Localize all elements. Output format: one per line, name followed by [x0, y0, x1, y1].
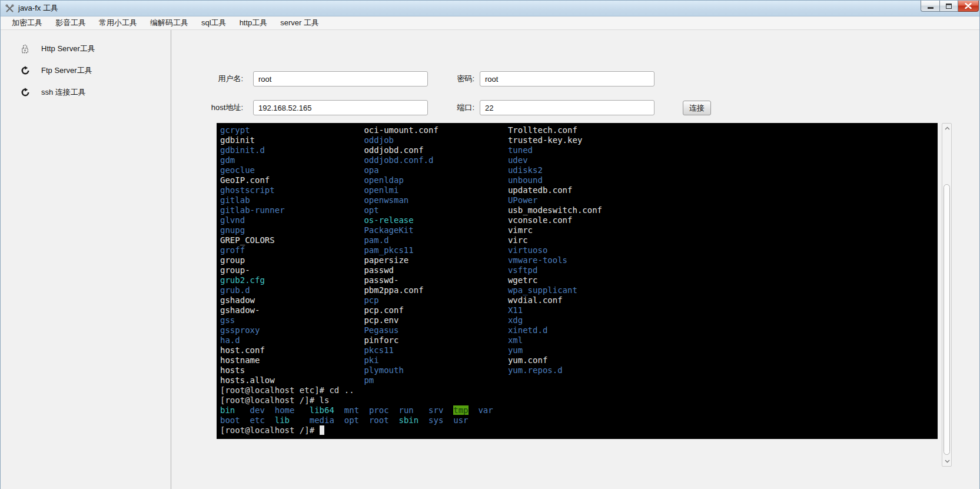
host-label: host地址: [189, 100, 243, 115]
username-input[interactable] [253, 71, 428, 87]
menubar: 加密工具 影音工具 常用小工具 编解码工具 sql工具 http工具 serve… [1, 16, 979, 30]
sync-icon [20, 87, 30, 97]
lock-icon [20, 44, 30, 54]
terminal-line: gshadow- pcp.conf X11 [220, 305, 938, 315]
menu-item-sql-tools[interactable]: sql工具 [195, 16, 233, 29]
terminal-line: GeoIP.conf openldap unbound [220, 175, 938, 185]
sidebar-item-ftp-server[interactable]: Ftp Server工具 [1, 59, 171, 81]
terminal-line: [root@localhost etc]# cd .. [220, 385, 938, 395]
sidebar-item-label: ssh 连接工具 [41, 87, 86, 98]
terminal-line: hosts plymouth yum.repos.d [220, 365, 938, 375]
terminal-line: gshadow pcp wvdial.conf [220, 295, 938, 305]
password-input[interactable] [480, 71, 655, 87]
menu-item-server-tools[interactable]: server 工具 [274, 16, 325, 29]
menu-item-codec-tools[interactable]: 编解码工具 [144, 16, 195, 29]
sidebar-item-http-server[interactable]: Http Server工具 [1, 38, 171, 59]
sidebar-item-ssh-connect[interactable]: ssh 连接工具 [1, 81, 171, 103]
terminal-scrollbar[interactable] [942, 123, 952, 467]
host-input[interactable] [253, 100, 428, 115]
terminal-line: gss pcp.env xdg [220, 315, 938, 325]
scrollbar-thumb[interactable] [944, 184, 950, 455]
sync-icon [20, 65, 30, 75]
terminal-line: gnupg PackageKit vimrc [220, 225, 938, 235]
terminal-output[interactable]: gcrypt oci-umount.conf Trolltech.confgdb… [217, 123, 938, 439]
close-icon [965, 3, 972, 9]
terminal-line: glvnd os-release vconsole.conf [220, 215, 938, 225]
terminal-line: hostname pki yum.conf [220, 355, 938, 365]
terminal-line: [root@localhost /]# [220, 425, 938, 435]
window-controls [921, 1, 979, 12]
window-title: java-fx 工具 [18, 3, 58, 14]
terminal-line: gitlab-runner opt usb_modeswitch.conf [220, 205, 938, 215]
terminal-line: gdbinit.d oddjobd.conf tuned [220, 145, 938, 155]
sidebar-item-label: Http Server工具 [41, 44, 95, 54]
scroll-up-icon[interactable] [944, 125, 951, 131]
scroll-down-icon[interactable] [944, 458, 951, 464]
terminal-line: gcrypt oci-umount.conf Trolltech.conf [220, 125, 938, 135]
terminal-line: geoclue opa udisks2 [220, 165, 938, 175]
terminal-line: GREP_COLORS pam.d virc [220, 235, 938, 245]
menu-item-encrypt-tools[interactable]: 加密工具 [5, 16, 49, 29]
app-window: java-fx 工具 加密工具 影音工具 常用小工具 编解码工具 sql工具 h… [0, 0, 980, 489]
minimize-icon [928, 7, 934, 9]
terminal-line: bin dev home lib64 mnt proc run srv tmp … [220, 405, 938, 415]
terminal-line: grub.d pbm2ppa.conf wpa_supplicant [220, 285, 938, 295]
terminal-line: group papersize vmware-tools [220, 255, 938, 265]
terminal-line: ghostscript openlmi updatedb.conf [220, 185, 938, 195]
minimize-button[interactable] [921, 1, 939, 12]
titlebar: java-fx 工具 [1, 1, 979, 16]
app-tools-icon [5, 4, 15, 14]
terminal-line: grub2.cfg passwd- wgetrc [220, 275, 938, 285]
close-button[interactable] [958, 1, 979, 12]
terminal-line: gssproxy Pegasus xinetd.d [220, 325, 938, 335]
terminal-line: boot etc lib media opt root sbin sys usr [220, 415, 938, 425]
terminal-line: gitlab openwsman UPower [220, 195, 938, 205]
menu-item-http-tools[interactable]: http工具 [233, 16, 274, 29]
menu-item-common-tools[interactable]: 常用小工具 [92, 16, 144, 29]
username-label: 用户名: [189, 71, 243, 87]
terminal-line: host.conf pkcs11 yum [220, 345, 938, 355]
connect-button[interactable]: 连接 [683, 101, 711, 115]
maximize-button[interactable] [939, 1, 958, 12]
terminal-line: hosts.allow pm [220, 375, 938, 385]
terminal-line: ha.d pinforc xml [220, 335, 938, 345]
maximize-icon [946, 4, 952, 9]
sidebar-item-label: Ftp Server工具 [41, 65, 92, 76]
terminal-line: gdbinit oddjob trusted-key.key [220, 135, 938, 145]
menu-item-media-tools[interactable]: 影音工具 [49, 16, 92, 29]
terminal-line: group- passwd vsftpd [220, 265, 938, 275]
terminal-line: groff pam_pkcs11 virtuoso [220, 245, 938, 255]
content-area: Http Server工具 Ftp Server工具 [1, 30, 979, 489]
port-label: 端口: [424, 100, 474, 115]
port-input[interactable] [480, 100, 655, 115]
sidebar: Http Server工具 Ftp Server工具 [1, 30, 171, 489]
password-label: 密码: [424, 71, 474, 87]
terminal-line: gdm oddjobd.conf.d udev [220, 155, 938, 165]
terminal-line: [root@localhost /]# ls [220, 395, 938, 405]
main-panel: 用户名: 密码: host地址: 端口: 连接 gcrypt oci-umoun… [171, 30, 979, 489]
